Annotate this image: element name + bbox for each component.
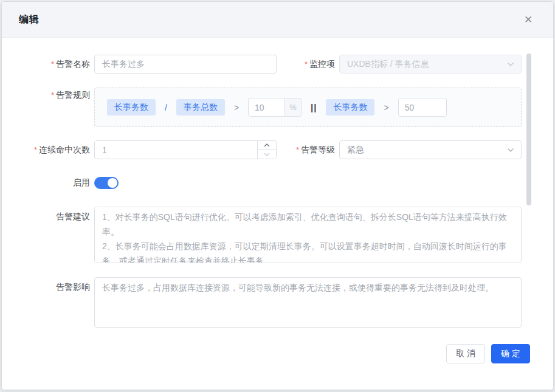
required-mark: * [296,145,299,154]
chevron-down-icon [506,60,515,69]
hit-count-label: *连续命中次数 [19,140,90,159]
required-mark: * [51,91,54,100]
monitor-item-select[interactable]: UXDB指标 / 事务信息 [339,55,522,74]
chevron-down-icon [264,152,270,157]
stepper-down-button[interactable] [258,150,276,159]
dialog-footer: 取 消 确 定 [19,342,553,363]
impact-label: 告警影响 [19,277,90,293]
required-mark: * [305,60,308,69]
required-mark: * [34,145,37,154]
alert-level-select[interactable]: 紧急 [339,140,522,159]
dialog-body: *告警名称 *监控项 UXDB指标 / 事务信息 *告警规则 长事务数 / 事务… [2,38,553,363]
dialog-title: 编辑 [19,13,40,26]
scrollbar[interactable] [526,53,531,205]
required-mark: * [51,60,54,69]
metric-tag-long-txn[interactable]: 长事务数 [107,99,156,115]
row-alert-rule: *告警规则 长事务数 / 事务总数 > % || 长事务数 > [19,88,553,127]
suggestion-label: 告警建议 [19,207,90,222]
monitor-item-label: *监控项 [277,55,335,74]
alert-name-input[interactable] [94,55,277,74]
confirm-button[interactable]: 确 定 [491,344,530,363]
alert-rule-label: *告警规则 [19,88,90,101]
suggestion-textarea[interactable]: 1、对长事务的SQL语句进行优化。可以考虑添加索引、优化查询语句、拆分长SQL语… [94,207,522,263]
count-threshold-input[interactable] [398,98,447,117]
edit-dialog: 编辑 ✕ *告警名称 *监控项 UXDB指标 / 事务信息 *告警规则 长事务数… [1,1,554,390]
metric-tag-long-txn-2[interactable]: 长事务数 [326,99,374,115]
chevron-up-icon [264,143,270,148]
alert-level-label: *告警等级 [277,140,335,159]
monitor-item-value: UXDB指标 / 事务信息 [347,59,429,70]
metric-tag-total-txn[interactable]: 事务总数 [176,99,225,115]
divide-operator: / [165,103,167,112]
cancel-button[interactable]: 取 消 [446,344,485,363]
hit-count-input[interactable] [94,140,277,159]
toggle-knob [108,178,117,188]
greater-than-operator: > [234,103,239,112]
row-name-monitor: *告警名称 *监控项 UXDB指标 / 事务信息 [19,55,553,74]
percent-threshold-input[interactable] [248,98,285,117]
percent-threshold-group: % [248,98,302,117]
enable-toggle[interactable] [94,177,119,189]
alert-name-label: *告警名称 [19,55,90,74]
close-icon[interactable]: ✕ [520,12,536,27]
alert-rule-expression: 长事务数 / 事务总数 > % || 长事务数 > [94,88,522,127]
row-enable: 启用 [19,173,553,192]
stepper-up-button[interactable] [258,141,276,150]
dialog-header: 编辑 ✕ [2,2,553,38]
row-hit-level: *连续命中次数 *告警等级 紧急 [19,140,553,159]
row-suggestion: 告警建议 1、对长事务的SQL语句进行优化。可以考虑添加索引、优化查询语句、拆分… [19,207,553,263]
hit-count-stepper [94,140,277,159]
stepper-buttons [257,141,276,159]
or-operator: || [311,102,317,112]
enable-label: 启用 [19,173,90,192]
greater-than-operator-2: > [384,103,388,112]
percent-unit: % [285,98,302,117]
impact-textarea[interactable]: 长事务过多，占用数据库连接资源，可能导致新的事务无法连接，或使得重要的事务无法得… [94,277,522,328]
alert-level-value: 紧急 [347,145,364,156]
row-impact: 告警影响 长事务过多，占用数据库连接资源，可能导致新的事务无法连接，或使得重要的… [19,277,553,328]
chevron-down-icon [506,146,515,154]
